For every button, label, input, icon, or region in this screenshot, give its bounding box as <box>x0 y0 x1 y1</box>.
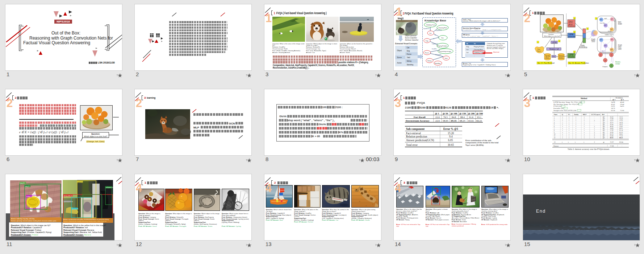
svg-text:Pet: Pet <box>442 37 444 39</box>
svg-text:v: v <box>568 141 569 143</box>
svg-text:fruit: fruit <box>614 20 615 22</box>
svg-text:1: 1 <box>611 65 612 67</box>
svg-text:13: 13 <box>554 141 556 143</box>
svg-text:LSTM: LSTM <box>552 42 557 44</box>
svg-text:cell phone 11: cell phone 11 <box>106 187 113 188</box>
svg-text:Yard: Yard <box>444 57 447 59</box>
svg-text:Fact Recall: Fact Recall <box>414 116 426 118</box>
svg-text:22.6: 22.6 <box>435 116 440 118</box>
svg-text:93.1: 93.1 <box>477 116 481 118</box>
svg-text:Filter: Filter <box>552 56 556 57</box>
svg-text:77.99: 77.99 <box>610 145 614 147</box>
svg-text:UsedFor: UsedFor <box>432 48 437 50</box>
svg-text:CapableOf: CapableOf <box>435 30 442 31</box>
svg-text:dog 22: dog 22 <box>20 182 25 184</box>
svg-text:@ 500: @ 500 <box>476 112 483 115</box>
svg-text:LSTM: LSTM <box>569 34 573 36</box>
svg-text:v: v <box>562 137 563 139</box>
svg-text:Dog: Dog <box>466 46 469 48</box>
svg-text:Sub-component: Sub-component <box>406 127 425 131</box>
svg-text:CapableOf: CapableOf <box>423 28 429 29</box>
svg-text:v: v <box>584 141 585 143</box>
svg-text:@ 3: @ 3 <box>621 99 624 101</box>
svg-text:Actions: hold-dog, hug-dog, wa: Actions: hold-dog, hug-dog, walk-dog <box>11 218 34 220</box>
svg-text:-: - <box>622 145 622 147</box>
svg-text:Embedding: Embedding <box>580 46 587 48</box>
svg-text:-: - <box>622 107 622 109</box>
svg-text:Table 2: Answer accuracy over: Table 2: Answer accuracy over the FVQA d… <box>568 148 610 150</box>
svg-text:Relevant: Relevant <box>559 56 564 57</box>
svg-text:69.35: 69.35 <box>451 119 457 122</box>
svg-text:Entities: Entities <box>559 57 564 59</box>
svg-text:@ 150: @ 150 <box>459 112 466 115</box>
svg-text:Standing: Standing <box>435 62 440 64</box>
svg-text:MLP: MLP <box>611 39 613 40</box>
svg-text:Object: Object <box>397 50 402 52</box>
svg-text:Sec 3.2: Answer Prediction: Sec 3.2: Answer Prediction <box>569 62 589 64</box>
svg-text:RelatedTo: RelatedTo <box>435 54 441 56</box>
svg-text:@ 1: @ 1 <box>612 99 616 101</box>
svg-text:0: 0 <box>605 60 606 61</box>
svg-text:72.97: 72.97 <box>610 141 614 143</box>
svg-text:dining table 11: dining table 11 <box>64 195 72 197</box>
svg-text:Total error: Total error <box>406 143 418 147</box>
svg-text:59.44: 59.44 <box>620 103 624 105</box>
svg-text:Answer prediction(GCN): Answer prediction(GCN) <box>406 139 434 142</box>
svg-text:15.20: 15.20 <box>448 132 454 135</box>
svg-text:9.4: 9.4 <box>449 135 453 138</box>
svg-text:CapableOf: CapableOf <box>432 43 438 45</box>
svg-text:TK: TK <box>466 43 468 45</box>
svg-text:58.93: 58.93 <box>443 119 448 122</box>
svg-text:Relation: IsA: Relation: IsA <box>549 48 559 50</box>
svg-text:Chasing Rats: Chasing Rats <box>438 27 447 29</box>
svg-text:68.23: 68.23 <box>460 119 465 122</box>
svg-text:Error % @1: Error % @1 <box>443 127 458 131</box>
svg-text:91.6: 91.6 <box>469 116 473 118</box>
svg-text:LSTM: LSTM <box>569 54 573 56</box>
svg-text:83.04: 83.04 <box>619 141 623 143</box>
svg-text:potted plant 10: potted plant 10 <box>64 201 73 202</box>
svg-text:v: v <box>576 137 577 139</box>
svg-text:bottle 11: bottle 11 <box>78 181 83 183</box>
svg-text:Sitting: Sitting <box>427 60 431 62</box>
svg-text:banana 10: banana 10 <box>72 208 78 210</box>
svg-text:60.22: 60.22 <box>476 119 482 122</box>
svg-text:Scene: Scene <box>397 57 402 58</box>
svg-text:69.35: 69.35 <box>610 137 613 139</box>
svg-text:MLP: MLP <box>600 19 602 20</box>
svg-text:@3: @3 <box>603 137 605 139</box>
svg-text:58.76: 58.76 <box>611 107 615 109</box>
svg-text:Sitting: Sitting <box>407 60 411 62</box>
svg-text:...: ... <box>474 55 475 57</box>
svg-text:Cat: Cat <box>466 49 469 50</box>
svg-text:Preventing escape: Preventing escape <box>439 50 451 52</box>
svg-text:2: 2 <box>594 141 595 143</box>
svg-text:22.6: 22.6 <box>435 119 440 122</box>
svg-text:Citric fruit: Citric fruit <box>600 22 605 24</box>
svg-text:Question:: Question: <box>548 34 554 35</box>
svg-text:Downstream Accuracy: Downstream Accuracy <box>406 119 430 122</box>
svg-text:12: 12 <box>554 137 555 139</box>
svg-text:Fact-retrieval: Fact-retrieval <box>406 132 421 135</box>
svg-text:MLP: MLP <box>605 45 607 46</box>
svg-text:Ours: Ours <box>554 114 557 115</box>
svg-text:Playing Frisbee: Playing Frisbee <box>474 46 485 48</box>
svg-text:43.41: 43.41 <box>611 103 615 105</box>
svg-text:Action: Action <box>397 62 402 64</box>
svg-text:Human: Human <box>553 145 559 147</box>
svg-text:@ 200: @ 200 <box>468 112 475 115</box>
svg-text:orange: orange <box>615 62 620 64</box>
svg-text:Scenes: chemistry-lab, biology: Scenes: chemistry-lab, biology-laborator… <box>63 221 107 222</box>
svg-text:v: v <box>584 137 585 139</box>
svg-text:51579: 51579 <box>280 189 285 191</box>
svg-text:gt: gt <box>603 141 605 143</box>
svg-text:Relation prediction: Relation prediction <box>406 135 427 138</box>
svg-text:56.91: 56.91 <box>611 105 615 107</box>
svg-text:@ 50: @ 50 <box>443 112 448 115</box>
svg-text:MLP: MLP <box>605 25 607 26</box>
svg-text:MLP: MLP <box>611 19 613 20</box>
svg-text:...: ... <box>466 55 468 57</box>
svg-text:30.65: 30.65 <box>448 143 454 147</box>
svg-text:MLP: MLP <box>600 39 602 41</box>
svg-text:0: 0 <box>600 54 601 56</box>
